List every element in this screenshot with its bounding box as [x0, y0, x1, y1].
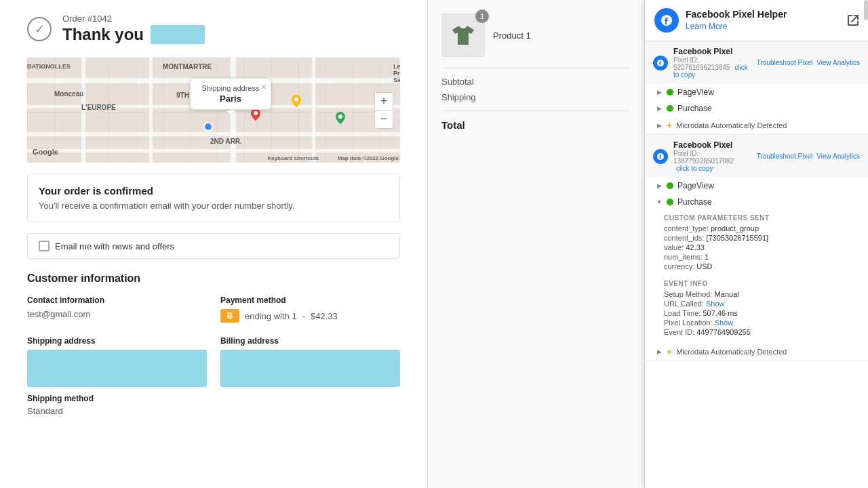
map-shipping-tooltip: × Shipping address Paris [190, 78, 271, 110]
pixel-section-2: Facebook Pixel Pixel ID: 138779328501708… [645, 135, 868, 361]
pixel-id-label-1: Pixel ID: 520761696213845 [673, 56, 730, 71]
shipping-label: Shipping [441, 92, 476, 102]
map-pin-red [251, 108, 260, 123]
microdata-row-1[interactable]: ▶ + Microdata Automatically Detected [645, 117, 868, 134]
map-road [312, 58, 315, 163]
product-image-wrap: 1 [441, 14, 485, 57]
pixel-logo-sm [653, 56, 668, 70]
map-container[interactable]: MONTMARTRE 9TH 2ND ARR. L'EUROPE Monceau… [27, 58, 400, 163]
shipping-address-block: Shipping address [27, 336, 207, 387]
event-arrow-icon: ▶ [656, 348, 663, 355]
contact-label: Contact information [27, 296, 207, 305]
customer-info-grid: Contact information test@gmail.com Payme… [27, 296, 400, 387]
zoom-out-button[interactable]: − [375, 110, 393, 128]
param-content-ids: content_ids: [73053026715591] [664, 234, 857, 242]
event-arrow-icon: ▶ [656, 182, 663, 189]
map-pin-orange [292, 95, 301, 110]
shipping-method-section: Shipping method Standard [27, 394, 400, 416]
pixel-copy-link-2[interactable]: click to copy [676, 165, 713, 172]
troubleshoot-link-2[interactable]: Troubleshoot Pixel [757, 152, 812, 160]
order-number: Order #1042 [62, 14, 205, 24]
map-label-pst: BATIGNOLLES [27, 63, 71, 70]
main-content: ✓ Order #1042 Thank you [0, 0, 427, 488]
map-label-montmartre: MONTMARTRE [163, 63, 212, 70]
pixel-name-2: Facebook Pixel [673, 140, 751, 150]
pixel-id-label-2: Pixel ID: 1387793285017082 [673, 150, 734, 165]
pixel-id-1: Pixel ID: 520761696213845 click to copy [673, 56, 751, 79]
plus-icon: + [667, 120, 672, 131]
map-label-9th: 9TH [176, 92, 189, 99]
order-confirmed-icon: ✓ [27, 17, 52, 41]
map-user-location [203, 122, 213, 131]
event-status-dot [667, 105, 673, 112]
google-logo: Google [33, 148, 58, 156]
thank-you-text: Thank you [62, 25, 144, 44]
event-status-dot [667, 182, 673, 189]
shipping-method-value: Standard [27, 406, 400, 416]
map-label-lepre: Le Pré-Sai... [393, 63, 400, 83]
shipping-address-redacted [27, 350, 207, 387]
fb-panel-body[interactable]: Facebook Pixel Pixel ID: 520761696213845… [645, 41, 868, 488]
microdata-row-2[interactable]: ▶ + Microdata Automatically Detected [645, 343, 868, 361]
microdata-label-2: Microdata Automatically Detected [676, 348, 787, 356]
learn-more-link[interactable]: Learn More [686, 22, 727, 31]
fb-logo [654, 8, 679, 33]
plus-icon-2: + [667, 346, 672, 357]
payment-ending-text: ending with 1 [245, 311, 297, 321]
event-pageview-label: PageView [677, 87, 714, 97]
zoom-in-button[interactable]: + [375, 93, 393, 110]
payment-amount: $42.33 [311, 311, 338, 321]
pixel-header-1: Facebook Pixel Pixel ID: 520761696213845… [645, 41, 868, 84]
event-pageview-2[interactable]: ▶ PageView [645, 178, 868, 194]
event-purchase-1[interactable]: ▶ Purchase [645, 100, 868, 117]
pixel-name-1: Facebook Pixel [673, 47, 751, 56]
fb-panel-title: Facebook Pixel Helper [686, 9, 841, 20]
map-label-monceau: Monceau [54, 90, 83, 98]
event-pageview-label-2: PageView [677, 181, 714, 190]
payment-method-block: Payment method B ending with 1 - $42.33 [220, 296, 400, 323]
email-optin-checkbox[interactable] [39, 241, 50, 251]
pixel-location-show-link[interactable]: Show [715, 319, 734, 327]
total-label: Total [441, 119, 465, 131]
billing-address-label: Billing address [220, 336, 400, 346]
customer-info-title: Customer information [27, 272, 400, 285]
summary-divider-2 [441, 110, 631, 111]
analytics-link-2[interactable]: View Analytics [816, 152, 860, 160]
pixel-info-2: Facebook Pixel Pixel ID: 138779328501708… [673, 140, 751, 172]
payment-label: Payment method [220, 296, 400, 305]
tooltip-close-icon[interactable]: × [261, 81, 267, 92]
info-pixel-location: Pixel Location: Show [664, 319, 857, 327]
billing-address-redacted [220, 350, 400, 387]
scrollbar[interactable] [864, 0, 868, 20]
contact-info-block: Contact information test@gmail.com [27, 296, 207, 323]
pixel-header-2: Facebook Pixel Pixel ID: 138779328501708… [645, 135, 868, 178]
map-zoom-controls: + − [374, 92, 393, 129]
info-url-called: URL Called: Show [664, 300, 857, 308]
param-content-type: content_type: product_group [664, 224, 857, 232]
event-arrow-icon: ▶ [656, 89, 663, 96]
event-pageview-1[interactable]: ▶ PageView [645, 84, 868, 100]
billing-address-block: Billing address [220, 336, 400, 387]
event-arrow-expanded-icon: ▼ [656, 199, 663, 205]
total-line: Total [441, 119, 631, 131]
map-pin-green2 [336, 112, 345, 127]
pixel-id-2: Pixel ID: 1387793285017082 click to copy [673, 150, 751, 172]
url-called-show-link[interactable]: Show [706, 300, 725, 308]
event-purchase-label-2: Purchase [677, 197, 712, 207]
email-optin-row[interactable]: Email me with news and offers [27, 233, 400, 259]
confirmation-box: Your order is confirmed You'll receive a… [27, 174, 400, 222]
param-num-items: num_items: 1 [664, 253, 857, 261]
event-purchase-label: Purchase [677, 104, 712, 113]
svg-point-3 [338, 115, 342, 119]
fb-pixel-helper-panel: Facebook Pixel Helper Learn More Faceboo… [644, 0, 868, 488]
info-setup-method: Setup Method: Manual [664, 290, 857, 298]
map-road [149, 58, 153, 163]
param-currency: currency: USD [664, 262, 857, 270]
analytics-link-1[interactable]: View Analytics [816, 59, 860, 66]
troubleshoot-link-1[interactable]: Troubleshoot Pixel [757, 59, 812, 66]
event-purchase-2[interactable]: ▼ Purchase [645, 194, 868, 210]
payment-separator: - [302, 311, 305, 321]
svg-point-1 [254, 111, 258, 115]
external-link-icon[interactable] [848, 15, 859, 26]
product-details: Product 1 [493, 30, 531, 41]
